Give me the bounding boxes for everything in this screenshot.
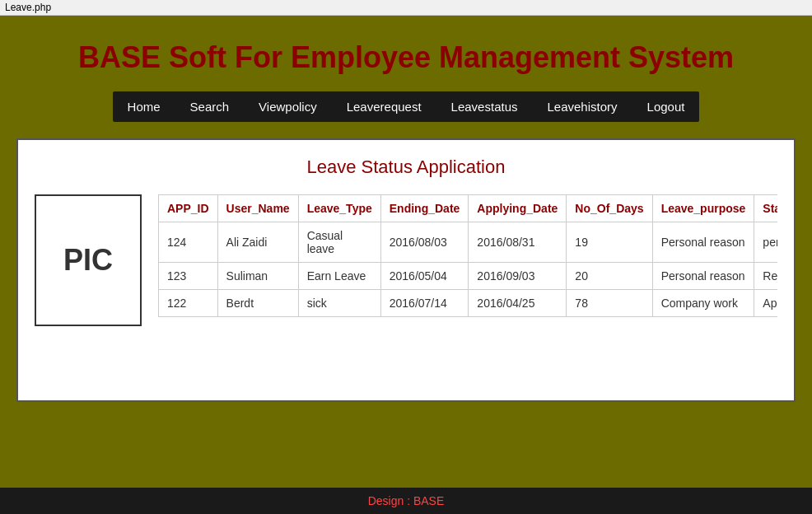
col-header-status: Status — [754, 195, 777, 222]
cell-status: Approve — [754, 290, 777, 317]
cell-applying-date: 2016/04/25 — [469, 290, 567, 317]
table-row: 123SulimanEarn Leave2016/05/042016/09/03… — [159, 263, 778, 290]
content-wrapper: PIC APP_IDUser_NameLeave_TypeEnding_Date… — [35, 194, 777, 326]
nav-item-leavestatus[interactable]: Leavestatus — [436, 91, 533, 122]
nav-item-leaverequest[interactable]: Leaverequest — [332, 91, 436, 122]
col-header-ending_date: Ending_Date — [380, 195, 469, 222]
col-header-no_of_days: No_Of_Days — [567, 195, 652, 222]
cell-applying-date: 2016/09/03 — [469, 263, 567, 290]
cell-status: Rejected — [754, 263, 777, 290]
cell-ending-date: 2016/07/14 — [380, 290, 469, 317]
cell-user-name: Ali Zaidi — [217, 222, 298, 263]
nav-container: HomeSearchViewpolicyLeaverequestLeavesta… — [0, 91, 812, 122]
cell-leave-purpose: Personal reason — [652, 263, 754, 290]
nav-item-leavehistory[interactable]: Leavehistory — [532, 91, 632, 122]
cell-leave-type: sick — [298, 290, 380, 317]
main-content: Leave Status Application PIC APP_IDUser_… — [16, 138, 796, 402]
title-bar: Leave.php — [0, 0, 812, 16]
header: BASE Soft For Employee Management System — [0, 16, 812, 91]
table-header: APP_IDUser_NameLeave_TypeEnding_DateAppl… — [159, 195, 778, 222]
nav-item-viewpolicy[interactable]: Viewpolicy — [244, 91, 332, 122]
cell-app-id: 122 — [159, 290, 218, 317]
col-header-leave_purpose: Leave_purpose — [652, 195, 754, 222]
cell-applying-date: 2016/08/31 — [469, 222, 567, 263]
title-bar-text: Leave.php — [5, 2, 51, 13]
cell-ending-date: 2016/05/04 — [380, 263, 469, 290]
nav-item-home[interactable]: Home — [113, 91, 175, 122]
nav-item-search[interactable]: Search — [175, 91, 245, 122]
footer: Design : BASE — [0, 488, 812, 514]
cell-app-id: 123 — [159, 263, 218, 290]
section-title: Leave Status Application — [35, 157, 777, 178]
col-header-applying_date: Applying_Date — [469, 195, 567, 222]
header-row: APP_IDUser_NameLeave_TypeEnding_DateAppl… — [159, 195, 778, 222]
cell-no-of-days: 19 — [567, 222, 652, 263]
app-title: BASE Soft For Employee Management System — [0, 40, 812, 75]
footer-text: Design : BASE — [368, 494, 445, 507]
pic-box: PIC — [35, 194, 142, 326]
cell-ending-date: 2016/08/03 — [380, 222, 469, 263]
pic-label: PIC — [63, 243, 113, 278]
table-row: 124Ali ZaidiCasual leave2016/08/032016/0… — [159, 222, 778, 263]
table-container: APP_IDUser_NameLeave_TypeEnding_DateAppl… — [158, 194, 777, 326]
cell-user-name: Berdt — [217, 290, 298, 317]
cell-app-id: 124 — [159, 222, 218, 263]
col-header-user_name: User_Name — [217, 195, 298, 222]
cell-leave-purpose: Company work — [652, 290, 754, 317]
cell-no-of-days: 20 — [567, 263, 652, 290]
cell-leave-type: Earn Leave — [298, 263, 380, 290]
col-header-app_id: APP_ID — [159, 195, 218, 222]
table-body: 124Ali ZaidiCasual leave2016/08/032016/0… — [159, 222, 778, 317]
cell-status: pending — [754, 222, 777, 263]
cell-leave-purpose: Personal reason — [652, 222, 754, 263]
cell-no-of-days: 78 — [567, 290, 652, 317]
nav-item-logout[interactable]: Logout — [632, 91, 700, 122]
table-row: 122Berdtsick2016/07/142016/04/2578Compan… — [159, 290, 778, 317]
navbar: HomeSearchViewpolicyLeaverequestLeavesta… — [113, 91, 700, 122]
col-header-leave_type: Leave_Type — [298, 195, 380, 222]
cell-user-name: Suliman — [217, 263, 298, 290]
leave-status-table: APP_IDUser_NameLeave_TypeEnding_DateAppl… — [158, 194, 777, 317]
cell-leave-type: Casual leave — [298, 222, 380, 263]
